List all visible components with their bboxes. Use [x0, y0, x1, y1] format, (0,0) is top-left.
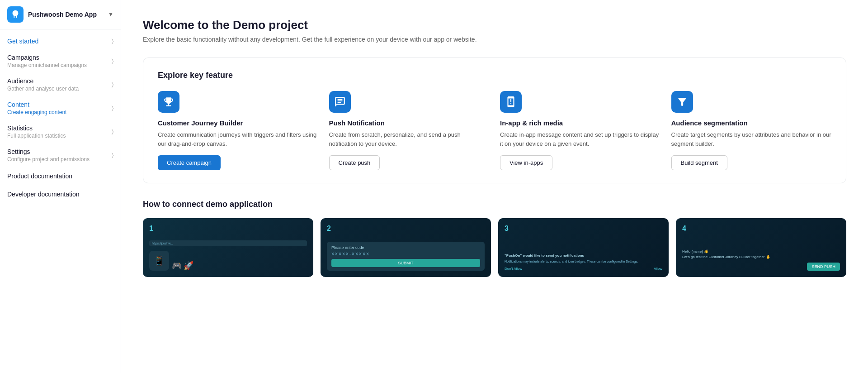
svg-point-1 [16, 13, 17, 14]
step-2-code: XXXXX-XXXXX [331, 252, 480, 256]
sidebar-item-get-started[interactable]: Get started 〉 [0, 33, 121, 49]
features-grid: Customer Journey Builder Create communic… [158, 91, 831, 170]
step-3-notification: "PushOn" would like to send you notifica… [505, 253, 662, 271]
inapp-title: In-app & rich media [500, 119, 660, 127]
sidebar-item-settings[interactable]: Settings Configure project and permissio… [0, 143, 121, 167]
app-dropdown-icon: ▼ [108, 11, 113, 18]
sidebar-item-statistics[interactable]: Statistics Full application statistics 〉 [0, 120, 121, 143]
step-1-url: https://pushw... [149, 240, 307, 246]
campaigns-chevron-icon: 〉 [112, 57, 113, 65]
statistics-label: Statistics [7, 124, 108, 132]
push-icon-bg [329, 91, 351, 113]
get-started-label: Get started [7, 38, 108, 45]
page-title: Welcome to the Demo project [143, 18, 846, 32]
sidebar-item-audience[interactable]: Audience Gather and analyse user data 〉 [0, 73, 121, 96]
chat-icon [334, 96, 346, 108]
segment-title: Audience segmentation [671, 119, 832, 127]
phone-icon [505, 96, 517, 108]
connect-section-title: How to connect demo application [143, 200, 846, 209]
sidebar-navigation: Get started 〉 Campaigns Manage omnichann… [0, 29, 121, 373]
campaigns-label: Campaigns [7, 54, 108, 61]
settings-chevron-icon: 〉 [112, 152, 113, 159]
explore-features-card: Explore key feature Customer Journey Bui… [143, 57, 846, 183]
segment-desc: Create target segments by user attribute… [671, 130, 832, 148]
audience-chevron-icon: 〉 [112, 81, 113, 88]
step-2-submit: SUBMIT [331, 259, 480, 267]
connect-step-4: 4 Hello {name} 👋Let's go test the Custom… [676, 218, 846, 277]
filter-icon [676, 96, 688, 108]
push-title: Push Notification [329, 119, 490, 127]
feature-journey: Customer Journey Builder Create communic… [158, 91, 318, 170]
journey-desc: Create communication journeys with trigg… [158, 130, 318, 148]
explore-section-title: Explore key feature [158, 71, 831, 80]
pushwoosh-logo-icon [10, 10, 20, 19]
sidebar-item-developer-docs[interactable]: Developer documentation [0, 185, 121, 203]
connect-step-3: 3 "PushOn" would like to send you notifi… [498, 218, 669, 277]
page-subtitle: Explore the basic functionality without … [143, 36, 846, 43]
audience-subtitle: Gather and analyse user data [7, 86, 108, 92]
sidebar: Pushwoosh Demo App ▼ Get started 〉 Campa… [0, 0, 121, 373]
app-logo [7, 6, 24, 23]
step-2-form: Please enter code XXXXX-XXXXX SUBMIT [327, 242, 485, 271]
inapp-icon-bg [500, 91, 522, 113]
sidebar-item-product-docs[interactable]: Product documentation [0, 167, 121, 185]
connect-steps-grid: 1 https://pushw... 📱 🎮 🚀 [143, 218, 846, 277]
build-segment-button[interactable]: Build segment [671, 155, 727, 170]
content-label: Content [7, 101, 108, 108]
svg-point-0 [14, 13, 15, 14]
get-started-chevron-icon: 〉 [112, 38, 113, 45]
push-desc: Create from scratch, personalize, and se… [329, 130, 490, 148]
connect-step-1: 1 https://pushw... 📱 🎮 🚀 [143, 218, 313, 277]
step-2-number: 2 [327, 225, 485, 233]
step-3-number: 3 [505, 225, 662, 233]
feature-inapp: In-app & rich media Create in-app messag… [500, 91, 660, 170]
segment-icon-bg [671, 91, 693, 113]
step-1-number: 1 [149, 225, 307, 233]
app-name: Pushwoosh Demo App [28, 11, 108, 18]
settings-label: Settings [7, 148, 108, 155]
create-campaign-button[interactable]: Create campaign [158, 155, 221, 170]
main-content: Welcome to the Demo project Explore the … [121, 0, 868, 373]
step-2-label: Please enter code [331, 245, 480, 250]
step-3-dont-allow: Don't Allow [505, 267, 522, 271]
feature-segment: Audience segmentation Create target segm… [671, 91, 832, 170]
step-4-send-push: SEND PUSH [807, 263, 840, 271]
trophy-icon [163, 96, 175, 108]
content-subtitle: Create engaging content [7, 109, 108, 115]
sidebar-item-campaigns[interactable]: Campaigns Manage omnichannel campaigns 〉 [0, 49, 121, 73]
app-selector[interactable]: Pushwoosh Demo App ▼ [0, 0, 121, 29]
journey-title: Customer Journey Builder [158, 119, 318, 127]
content-chevron-icon: 〉 [112, 105, 113, 112]
connect-section: How to connect demo application 1 https:… [143, 200, 846, 277]
settings-subtitle: Configure project and permissions [7, 156, 108, 163]
step-3-allow: Allow [654, 267, 662, 271]
step-4-number: 4 [682, 225, 840, 233]
inapp-desc: Create in-app message content and set up… [500, 130, 660, 148]
view-inapps-button[interactable]: View in-apps [500, 155, 552, 170]
sidebar-item-content[interactable]: Content Create engaging content 〉 [0, 96, 121, 120]
statistics-chevron-icon: 〉 [112, 128, 113, 135]
audience-label: Audience [7, 77, 108, 85]
connect-step-2: 2 Please enter code XXXXX-XXXXX SUBMIT [321, 218, 491, 277]
step-4-content: Hello {name} 👋Let's go test the Customer… [682, 249, 840, 271]
statistics-subtitle: Full application statistics [7, 133, 108, 139]
create-push-button[interactable]: Create push [329, 155, 380, 170]
campaigns-subtitle: Manage omnichannel campaigns [7, 62, 108, 68]
feature-push: Push Notification Create from scratch, p… [329, 91, 490, 170]
journey-icon-bg [158, 91, 179, 113]
